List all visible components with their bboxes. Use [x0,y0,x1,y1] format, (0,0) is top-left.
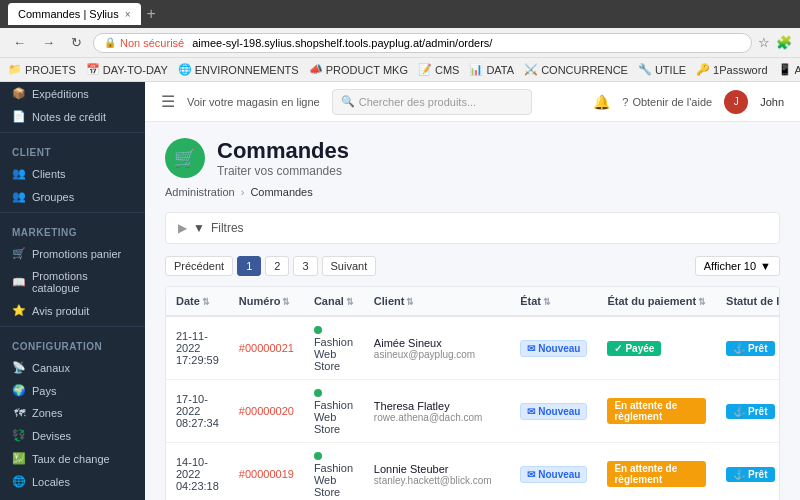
next-page-button[interactable]: Suivant [322,256,377,276]
bookmark-star-icon[interactable]: ☆ [758,35,770,50]
url-address: aimee-syl-198.sylius.shopshelf.tools.pay… [192,37,492,49]
browser-tab[interactable]: Commandes | Sylius × [8,3,141,25]
show-select[interactable]: Afficher 10 ▼ [695,256,780,276]
devises-icon: 💱 [12,429,26,442]
cell-livraison-1: ⚓Prêt [716,316,780,380]
hamburger-button[interactable]: ☰ [161,92,175,111]
sidebar-label-promo-panier: Promotions panier [32,248,121,260]
sidebar-item-promo-catalogue[interactable]: 📖 Promotions catalogue [0,265,145,299]
bell-icon[interactable]: 🔔 [593,94,610,110]
breadcrumb-separator: › [241,186,245,198]
sidebar-item-groupes[interactable]: 👥 Groupes [0,185,145,208]
cell-number-2[interactable]: #00000020 [229,380,304,443]
url-bar[interactable]: 🔒 Non sécurisé aimee-syl-198.sylius.shop… [93,33,752,53]
sidebar-item-avis-produit[interactable]: ⭐ Avis produit [0,299,145,322]
sidebar-item-clients[interactable]: 👥 Clients [0,162,145,185]
page-3-button[interactable]: 3 [293,256,317,276]
sidebar-section-marketing: MARKETING [0,217,145,242]
col-client[interactable]: Client⇅ [364,287,510,316]
sidebar-label-notes-credit: Notes de crédit [32,111,106,123]
filter-arrow-icon: ▶ [178,221,187,235]
help-link[interactable]: ? Obtenir de l'aide [622,96,712,108]
bookmark-concurrence[interactable]: ⚔️ CONCURRENCE [524,63,628,76]
sidebar-item-devises[interactable]: 💱 Devises [0,424,145,447]
col-date[interactable]: Date⇅ [166,287,229,316]
cell-canal-3: Fashion Web Store [304,443,364,501]
header-row: Date⇅ Numéro⇅ Canal⇅ Client⇅ État⇅ État … [166,287,780,316]
orders-table: Date⇅ Numéro⇅ Canal⇅ Client⇅ État⇅ État … [166,287,780,500]
page-2-button[interactable]: 2 [265,256,289,276]
sidebar-item-canaux[interactable]: 📡 Canaux [0,356,145,379]
col-livraison[interactable]: Statut de la livraison⇅ [716,287,780,316]
username: John [760,96,784,108]
prev-page-button[interactable]: Précédent [165,256,233,276]
breadcrumb-admin[interactable]: Administration [165,186,235,198]
sidebar-label-locales: Locales [32,476,70,488]
sidebar-label-canaux: Canaux [32,362,70,374]
forward-button[interactable]: → [37,33,60,52]
breadcrumb-current: Commandes [250,186,312,198]
filter-bar[interactable]: ▶ ▼ Filtres [165,212,780,244]
page-subtitle: Traiter vos commandes [217,164,349,178]
new-tab-button[interactable]: + [147,5,156,23]
table-row: 17-10-2022 08:27:34 #00000020 Fashion We… [166,380,780,443]
back-button[interactable]: ← [8,33,31,52]
view-store-link[interactable]: Voir votre magasin en ligne [187,96,320,108]
bookmark-mkg[interactable]: 📣 PRODUCT MKG [309,63,408,76]
sidebar-section-client: CLIENT [0,137,145,162]
promo-panier-icon: 🛒 [12,247,26,260]
sidebar-label-promo-catalogue: Promotions catalogue [32,270,133,294]
extension-icon[interactable]: 🧩 [776,35,792,50]
bookmark-1password[interactable]: 🔑 1Password [696,63,767,76]
col-numero[interactable]: Numéro⇅ [229,287,304,316]
channel-dot-3 [314,452,322,460]
sidebar-item-zones[interactable]: 🗺 Zones [0,402,145,424]
envelope-icon-2: ✉ [527,406,535,417]
page-content: 🛒 Commandes Traiter vos commandes Admini… [145,122,800,500]
page-header: 🛒 Commandes Traiter vos commandes [165,138,780,178]
sidebar-item-expeditions[interactable]: 📦 Expéditions [0,82,145,105]
bookmark-env[interactable]: 🌐 ENVIRONNEMENTS [178,63,299,76]
col-etat[interactable]: État⇅ [510,287,597,316]
tab-close-button[interactable]: × [125,9,131,20]
sidebar-item-taux-change[interactable]: 💹 Taux de change [0,447,145,470]
pagination: Précédent 1 2 3 Suivant [165,256,376,276]
search-box[interactable]: 🔍 Chercher des produits... [332,89,532,115]
promo-catalogue-icon: 📖 [12,276,26,289]
orders-table-container: Date⇅ Numéro⇅ Canal⇅ Client⇅ État⇅ État … [165,286,780,500]
sidebar-item-paiement[interactable]: 💳 Moyens de paiement [0,493,145,500]
bookmark-cms[interactable]: 📝 CMS [418,63,459,76]
cell-canal-2: Fashion Web Store [304,380,364,443]
page-title-block: Commandes Traiter vos commandes [217,138,349,178]
cell-etat-1: ✉Nouveau [510,316,597,380]
bookmark-data[interactable]: 📊 DATA [469,63,514,76]
bookmark-appstore[interactable]: 📱 App Store Connect [778,63,800,76]
col-canal[interactable]: Canal⇅ [304,287,364,316]
page-1-button[interactable]: 1 [237,256,261,276]
bookmark-projets[interactable]: 📁 PROJETS [8,63,76,76]
refresh-button[interactable]: ↻ [66,33,87,52]
pagination-row: Précédent 1 2 3 Suivant Afficher 10 ▼ [165,256,780,276]
cell-number-1[interactable]: #00000021 [229,316,304,380]
sidebar-label-devises: Devises [32,430,71,442]
bookmark-day[interactable]: 📅 DAY-TO-DAY [86,63,168,76]
notes-credit-icon: 📄 [12,110,26,123]
col-etat-paiement[interactable]: État du paiement⇅ [597,287,716,316]
sidebar-item-pays[interactable]: 🌍 Pays [0,379,145,402]
cell-number-3[interactable]: #00000019 [229,443,304,501]
canaux-icon: 📡 [12,361,26,374]
sidebar-item-locales[interactable]: 🌐 Locales [0,470,145,493]
cell-canal-1: Fashion Web Store [304,316,364,380]
cell-livraison-3: ⚓Prêt [716,443,780,501]
sidebar-label-expeditions: Expéditions [32,88,89,100]
filter-label: Filtres [211,221,244,235]
cell-client-2: Theresa Flatleyrowe.athena@dach.com [364,380,510,443]
locales-icon: 🌐 [12,475,26,488]
sidebar-item-promo-panier[interactable]: 🛒 Promotions panier [0,242,145,265]
sidebar-item-notes-credit[interactable]: 📄 Notes de crédit [0,105,145,128]
nav-bar: ← → ↻ 🔒 Non sécurisé aimee-syl-198.syliu… [0,28,800,58]
sidebar-label-groupes: Groupes [32,191,74,203]
bookmark-utile[interactable]: 🔧 UTILE [638,63,686,76]
envelope-icon: ✉ [527,343,535,354]
table-row: 21-11-2022 17:29:59 #00000021 Fashion We… [166,316,780,380]
